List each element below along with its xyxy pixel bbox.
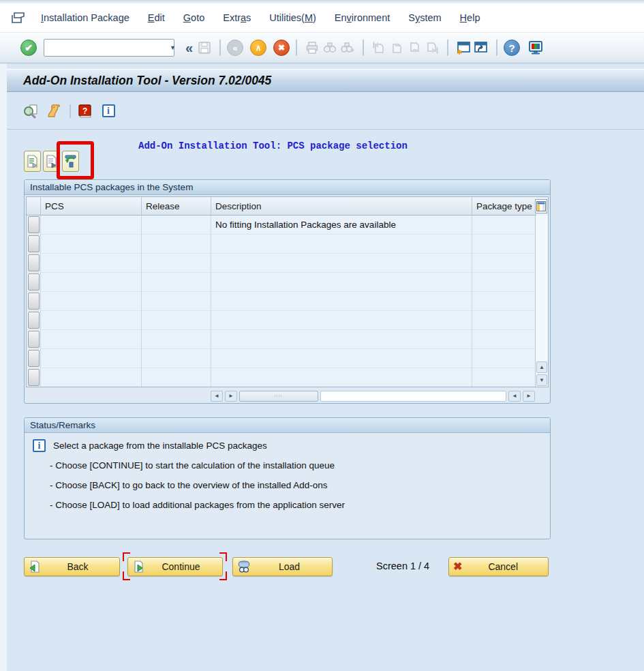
table-cell[interactable] bbox=[211, 368, 472, 387]
scroll-left-icon[interactable]: ◄ bbox=[508, 391, 521, 402]
table-cell[interactable] bbox=[472, 273, 536, 292]
help-book-icon[interactable]: ? bbox=[76, 102, 94, 120]
table-cell[interactable] bbox=[41, 254, 142, 273]
table-cell[interactable] bbox=[211, 311, 472, 330]
enter-icon[interactable]: ✔ bbox=[20, 40, 37, 56]
find-icon[interactable] bbox=[321, 39, 339, 57]
table-cell[interactable] bbox=[472, 349, 536, 368]
last-page-icon[interactable] bbox=[423, 39, 441, 57]
table-cell[interactable] bbox=[472, 292, 536, 311]
row-selector[interactable] bbox=[27, 368, 41, 387]
scroll-right-icon[interactable]: ► bbox=[523, 391, 535, 402]
column-header-pcs[interactable]: PCS bbox=[41, 197, 142, 215]
menu-item-goto[interactable]: Goto bbox=[183, 12, 204, 23]
load-from-frontend-button[interactable] bbox=[62, 151, 79, 172]
collapse-icon[interactable]: « bbox=[185, 40, 193, 56]
menu-item-help[interactable]: Help bbox=[460, 12, 480, 23]
help-icon[interactable]: ? bbox=[504, 40, 520, 56]
table-cell[interactable] bbox=[472, 368, 536, 387]
row-selector[interactable] bbox=[27, 215, 41, 235]
table-cell[interactable] bbox=[211, 273, 472, 292]
table-cell[interactable] bbox=[211, 254, 472, 273]
first-page-icon[interactable] bbox=[370, 39, 388, 57]
row-selector-button[interactable] bbox=[28, 235, 40, 252]
row-selector[interactable] bbox=[27, 235, 41, 254]
horizontal-scrollbar[interactable]: ◄ ► ∷∷ ◄ ► bbox=[26, 389, 549, 402]
column-header-release[interactable]: Release bbox=[142, 197, 211, 215]
table-cell[interactable] bbox=[211, 235, 472, 254]
row-selector-button[interactable] bbox=[28, 273, 40, 290]
create-shortcut-icon[interactable] bbox=[472, 39, 490, 57]
row-selector-button[interactable] bbox=[28, 216, 40, 233]
row-selector-button[interactable] bbox=[28, 254, 40, 271]
table-cell[interactable] bbox=[472, 215, 536, 235]
cancel-button[interactable]: ✖ Cancel bbox=[448, 557, 549, 576]
table-cell[interactable] bbox=[41, 368, 142, 387]
next-page-icon[interactable] bbox=[405, 39, 423, 57]
row-selector[interactable] bbox=[27, 273, 41, 292]
row-selector[interactable] bbox=[27, 254, 41, 273]
row-selector[interactable] bbox=[27, 330, 41, 349]
column-header-description[interactable]: Description bbox=[211, 197, 472, 215]
save-icon[interactable] bbox=[196, 39, 213, 57]
scroll-down-icon[interactable]: ▼ bbox=[536, 374, 547, 386]
row-selector-button[interactable] bbox=[28, 331, 40, 348]
vertical-scrollbar[interactable]: ▲ ▼ bbox=[535, 215, 548, 387]
new-session-icon[interactable]: ✱ bbox=[455, 39, 472, 57]
display-icon[interactable] bbox=[22, 102, 40, 120]
table-cell[interactable] bbox=[472, 311, 536, 330]
command-dropdown-icon[interactable]: ▼ bbox=[170, 40, 176, 56]
logs-icon[interactable] bbox=[45, 102, 63, 120]
table-cell[interactable] bbox=[472, 235, 536, 254]
row-selector-button[interactable] bbox=[28, 312, 40, 329]
show-installable-packages-button[interactable] bbox=[24, 151, 41, 172]
command-input[interactable] bbox=[44, 40, 170, 56]
continue-button[interactable]: Continue bbox=[127, 557, 223, 576]
exit-icon[interactable]: ∧ bbox=[250, 40, 266, 56]
row-selector-button[interactable] bbox=[28, 369, 40, 386]
table-cell[interactable] bbox=[142, 273, 211, 292]
scroll-left-icon[interactable]: ◄ bbox=[211, 391, 223, 402]
back-button[interactable]: Back bbox=[24, 557, 120, 576]
table-cell[interactable] bbox=[41, 292, 142, 311]
table-cell[interactable] bbox=[142, 292, 211, 311]
scrollbar-thumb[interactable]: ∷∷ bbox=[239, 391, 318, 402]
row-selector[interactable] bbox=[27, 311, 41, 330]
find-next-icon[interactable] bbox=[339, 39, 356, 57]
row-selector[interactable] bbox=[27, 292, 41, 311]
customize-layout-icon[interactable] bbox=[527, 39, 545, 57]
show-installed-packages-button[interactable] bbox=[43, 151, 60, 172]
table-cell[interactable] bbox=[41, 215, 142, 235]
command-field[interactable]: ▼ bbox=[44, 39, 174, 57]
table-cell[interactable] bbox=[211, 349, 472, 368]
menu-item-edit[interactable]: Edit bbox=[148, 12, 165, 23]
table-cell[interactable] bbox=[41, 330, 142, 349]
print-icon[interactable] bbox=[303, 39, 321, 57]
table-cell[interactable] bbox=[211, 292, 472, 311]
menu-item-installation-package[interactable]: Installation Package bbox=[41, 12, 129, 23]
table-cell[interactable] bbox=[41, 349, 142, 368]
table-cell[interactable] bbox=[472, 254, 536, 273]
table-cell[interactable] bbox=[142, 349, 211, 368]
table-cell[interactable] bbox=[41, 311, 142, 330]
system-menu-icon[interactable] bbox=[11, 12, 26, 24]
table-cell[interactable] bbox=[142, 215, 211, 235]
info-icon[interactable]: i bbox=[99, 102, 117, 120]
row-selector[interactable] bbox=[27, 349, 41, 368]
menu-item-extras[interactable]: Extras bbox=[223, 12, 251, 23]
column-header-package-type[interactable]: Package type bbox=[472, 197, 536, 215]
row-selector-button[interactable] bbox=[28, 293, 40, 310]
previous-page-icon[interactable] bbox=[388, 39, 405, 57]
table-cell[interactable] bbox=[472, 330, 536, 349]
table-cell[interactable] bbox=[142, 330, 211, 349]
cancel-icon[interactable]: ✖ bbox=[273, 40, 290, 56]
table-settings-icon[interactable] bbox=[535, 199, 547, 213]
load-button[interactable]: Load bbox=[232, 557, 333, 576]
menu-item-utilities-m-[interactable]: Utilities(M) bbox=[269, 12, 316, 23]
table-cell[interactable] bbox=[142, 311, 211, 330]
row-selector-button[interactable] bbox=[28, 350, 40, 367]
select-all-header[interactable] bbox=[27, 197, 41, 215]
table-cell[interactable] bbox=[142, 368, 211, 387]
table-cell[interactable] bbox=[41, 235, 142, 254]
table-cell[interactable] bbox=[41, 273, 142, 292]
